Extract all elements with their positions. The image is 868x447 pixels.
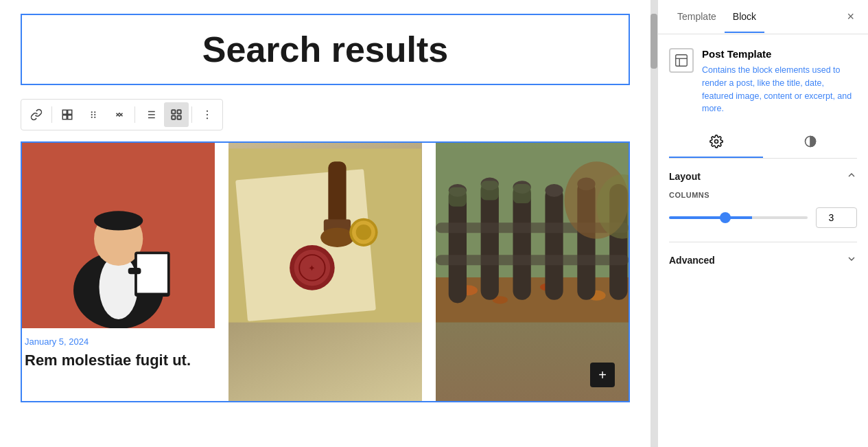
advanced-section-header[interactable]: Advanced	[669, 242, 857, 277]
svg-text:✦: ✦	[309, 263, 316, 273]
svg-point-42	[356, 225, 372, 240]
svg-rect-32	[235, 169, 376, 321]
block-toolbar	[21, 99, 223, 130]
layout-section-title: Layout	[669, 171, 701, 182]
svg-point-20	[207, 111, 208, 112]
svg-rect-29	[137, 254, 167, 293]
posts-grid: January 5, 2024 Rem molestiae fugit ut.	[21, 141, 630, 402]
post-title-1: Rem molestiae fugit ut.	[25, 351, 212, 371]
settings-icon-tab[interactable]	[669, 126, 763, 158]
columns-number-input[interactable]: 3	[816, 207, 857, 228]
add-block-button[interactable]: +	[590, 363, 615, 387]
svg-rect-17	[178, 110, 181, 113]
slider-container: 3	[669, 207, 857, 228]
svg-point-27	[94, 211, 143, 230]
toolbar-separator-2	[134, 106, 135, 123]
svg-point-8	[91, 117, 93, 118]
svg-rect-1	[68, 110, 72, 114]
svg-point-7	[94, 114, 95, 115]
svg-point-35	[320, 228, 354, 247]
scrollbar[interactable]	[650, 0, 657, 447]
svg-rect-18	[172, 116, 175, 119]
svg-rect-2	[62, 115, 67, 119]
svg-rect-62	[448, 187, 466, 207]
svg-rect-61	[436, 255, 629, 265]
post-date-1: January 5, 2024	[25, 328, 212, 351]
columns-slider[interactable]	[669, 216, 808, 219]
svg-rect-33	[329, 161, 347, 226]
svg-rect-0	[62, 110, 67, 114]
move-button[interactable]	[107, 102, 132, 127]
svg-point-4	[91, 111, 93, 113]
svg-point-22	[207, 117, 208, 119]
sidebar-body: Post Template Contains the block element…	[658, 34, 868, 447]
svg-rect-64	[513, 184, 530, 203]
sidebar-header: Template Block ×	[658, 0, 868, 34]
svg-rect-63	[480, 181, 498, 200]
post-template-icon	[669, 48, 694, 73]
close-button[interactable]: ×	[844, 7, 857, 27]
toolbar-separator-3	[191, 106, 192, 123]
post-card-2: ✦ January 5, 2024 Veniam est qui dolor e…	[228, 143, 421, 401]
layout-section-header[interactable]: Layout	[669, 159, 857, 191]
svg-point-70	[714, 140, 718, 144]
columns-label: COLUMNS	[669, 191, 857, 199]
sidebar: Template Block × Post Template Contains …	[657, 0, 868, 447]
sidebar-icon-tabs	[669, 126, 857, 159]
toolbar-separator-1	[51, 106, 52, 123]
page-title: Search results	[36, 29, 615, 70]
svg-rect-56	[545, 184, 563, 197]
tab-template[interactable]: Template	[669, 1, 725, 33]
more-options-button[interactable]	[195, 102, 220, 127]
editor-area: Search results	[0, 0, 650, 447]
svg-rect-30	[128, 268, 141, 274]
svg-point-5	[94, 111, 95, 113]
list-view-button[interactable]	[138, 102, 163, 127]
post-template-section: Post Template Contains the block element…	[669, 48, 857, 115]
drag-handle-button[interactable]	[81, 102, 106, 127]
layout-toggle-icon	[846, 170, 857, 183]
grid-view-button[interactable]	[164, 102, 189, 127]
svg-rect-55	[545, 187, 563, 300]
svg-rect-16	[172, 110, 175, 113]
advanced-section-title: Advanced	[669, 255, 715, 266]
svg-point-9	[94, 117, 95, 118]
style-icon-tab[interactable]	[763, 126, 857, 158]
svg-rect-19	[178, 116, 181, 119]
tab-block[interactable]: Block	[725, 1, 764, 33]
svg-point-6	[91, 114, 93, 115]
link-button[interactable]	[24, 102, 49, 127]
post-image-2: ✦	[228, 143, 421, 401]
post-image-1	[22, 143, 215, 328]
svg-point-21	[207, 114, 208, 115]
post-content-1: January 5, 2024 Rem molestiae fugit ut.	[22, 328, 215, 379]
advanced-toggle-icon	[846, 253, 857, 266]
post-template-title: Post Template	[702, 48, 857, 60]
scrollbar-thumb	[650, 14, 657, 69]
post-template-description: Contains the block elements used to rend…	[702, 64, 857, 115]
table-view-button[interactable]	[55, 102, 80, 127]
search-results-title-wrapper: Search results	[21, 14, 630, 85]
svg-rect-67	[676, 55, 688, 67]
post-card-1: January 5, 2024 Rem molestiae fugit ut.	[22, 143, 215, 401]
svg-rect-3	[68, 115, 72, 119]
post-template-info: Post Template Contains the block element…	[702, 48, 857, 115]
